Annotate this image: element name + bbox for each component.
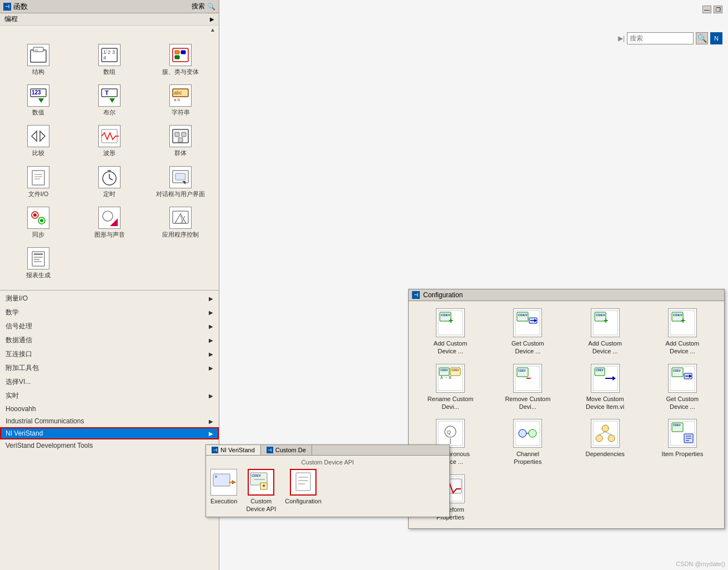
svg-rect-127 (296, 473, 310, 491)
svg-marker-18 (109, 98, 115, 103)
subheader: 编程 ▶ (0, 13, 219, 26)
svg-text:+: + (604, 316, 608, 325)
config-add-custom-3[interactable]: CDEV + Add Custom Device ... (645, 306, 720, 358)
config-dependencies[interactable]: Dependencies (568, 416, 642, 469)
svg-point-100 (529, 429, 536, 437)
expand-arrow[interactable]: ▶ (210, 16, 214, 22)
menu-item-hooovahh[interactable]: Hooovahh (0, 403, 219, 415)
tab-execution[interactable]: V Execution (210, 469, 237, 505)
svg-rect-28 (178, 138, 183, 142)
menu-item-math[interactable]: 数学 ▶ (0, 306, 219, 319)
search-button[interactable]: 🔍 (696, 32, 708, 44)
svg-point-44 (103, 211, 113, 221)
config-get-custom-2[interactable]: CDEV Get Custom Device ... (645, 361, 720, 414)
svg-text:CDEV: CDEV (451, 368, 460, 372)
config-icons-grid: CDEV + Add Custom Device ... CDEV Get Cu… (409, 301, 724, 528)
config-move[interactable]: CDEV Move Custom Device Item.vi (568, 361, 642, 414)
icon-report[interactable]: 报表生成 (3, 243, 74, 283)
tab-label: NI VeriStand (220, 447, 255, 453)
tab-customde[interactable]: ⊣ Custom De (261, 445, 312, 455)
svg-marker-22 (32, 131, 37, 141)
icon-numeric[interactable]: 123 数值 (3, 80, 74, 121)
icon-label: 数组 (103, 68, 116, 76)
svg-rect-24 (102, 129, 117, 143)
menu-item-selectvi[interactable]: 选择VI... (0, 375, 219, 389)
functions-grid: ▭ 结构 1234 数组 簇、类与变体 123 数值 T (0, 34, 219, 289)
icon-label: 布尔 (103, 109, 116, 116)
top-search-area: ▶| 🔍 N (618, 32, 722, 44)
panel-title: 函数 (13, 2, 28, 12)
bottom-strip: ⊣ NI VeriStand ⊣ Custom De Custom Device… (205, 444, 450, 517)
icon-cluster[interactable]: 簇、类与变体 (145, 39, 216, 80)
tab-niveristand[interactable]: ⊣ NI VeriStand (206, 445, 261, 455)
svg-text:123: 123 (32, 89, 41, 96)
minimize-button[interactable]: — (702, 6, 711, 13)
icon-boolean[interactable]: T 布尔 (74, 80, 145, 121)
svg-point-43 (40, 219, 43, 222)
config-remove[interactable]: CDEV − Remove Custom Devi... (490, 361, 565, 414)
icon-string[interactable]: abca b 字符串 (145, 80, 216, 121)
ni-button[interactable]: N (710, 32, 722, 44)
icon-timer[interactable]: 定时 (74, 162, 145, 202)
config-icon-label: Add Custom Device ... (580, 339, 630, 356)
menu-item-realtime[interactable]: 实时 ▶ (0, 389, 219, 403)
config-add-custom-2[interactable]: CDEV + Add Custom Device ... (568, 306, 642, 358)
icon-dialog[interactable]: 对话框与用户界面 (145, 162, 216, 202)
menu-item-industrial[interactable]: Industrial Communications ▶ (0, 415, 219, 427)
config-channel[interactable]: Channel Properties (490, 416, 565, 469)
panel-header: ⊣ 函数 搜索 🔍 (0, 0, 219, 13)
svg-text:4: 4 (103, 55, 106, 61)
menu-item-interconnect[interactable]: 互连接口 ▶ (0, 347, 219, 361)
svg-rect-9 (173, 48, 188, 62)
svg-marker-47 (175, 214, 186, 223)
search-input[interactable] (627, 32, 694, 44)
icon-label: 对话框与用户界面 (156, 191, 205, 198)
menu-item-addons[interactable]: 附加工具包 ▶ (0, 361, 219, 375)
icon-waveform[interactable]: 波形 (74, 121, 145, 161)
svg-point-105 (608, 435, 615, 442)
config-get-custom-1[interactable]: CDEV Get Custom Device ... (490, 306, 565, 358)
svg-text:CDEV: CDEV (518, 313, 528, 317)
icon-label: 定时 (103, 191, 116, 198)
icon-label: 群体 (174, 149, 187, 157)
icon-group[interactable]: 群体 (145, 121, 216, 161)
svg-text:A → B: A → B (440, 376, 451, 379)
svg-marker-23 (40, 131, 45, 141)
svg-point-104 (596, 435, 603, 442)
icon-fileio[interactable]: 文件I/O (3, 162, 74, 202)
submenu-arrow: ▶ (209, 431, 213, 437)
icon-structure[interactable]: ▭ 结构 (3, 39, 74, 80)
tab-icon-label: Execution (210, 497, 237, 505)
tab-customdeviceapi[interactable]: CDEV ✦ Custom Device API (242, 469, 280, 513)
maximize-button[interactable]: ❐ (714, 6, 722, 13)
tab-icon-label: Configuration (285, 497, 321, 505)
menu-item-signal[interactable]: 信号处理 ▶ (0, 319, 219, 333)
config-icon-label: Remove Custom Devi... (503, 395, 553, 411)
svg-text:2: 2 (108, 49, 111, 55)
config-rename[interactable]: CDEV CDEV A → B Rename Custom Devi... (413, 361, 488, 414)
submenu-arrow: ▶ (209, 323, 213, 329)
left-panel: ⊣ 函数 搜索 🔍 编程 ▶ ▲ ▭ 结构 1234 数组 (0, 0, 219, 570)
svg-marker-120 (232, 481, 235, 484)
win-controls: — ❐ (702, 6, 722, 13)
icon-sync[interactable]: 同步 (3, 202, 74, 243)
icon-array[interactable]: 1234 数组 (74, 39, 145, 80)
config-add-custom-1[interactable]: CDEV + Add Custom Device ... (413, 306, 488, 358)
icon-appcontrol[interactable]: 应用程序控制 (145, 202, 216, 243)
menu-item-veristand-dev[interactable]: VeriStand Development Tools ▶ (0, 439, 219, 452)
submenu-arrow: ▶ (209, 296, 213, 302)
icon-graphics[interactable]: 图形与声音 (74, 202, 145, 243)
menu-item-measurement[interactable]: 测量I/O ▶ (0, 292, 219, 306)
tab-pin-icon: ⊣ (212, 447, 218, 453)
search-icon[interactable]: 🔍 (207, 3, 215, 11)
config-item-properties[interactable]: CDEV Item Properties (645, 416, 720, 469)
icon-compare[interactable]: 比较 (3, 121, 74, 161)
svg-rect-16 (102, 89, 117, 97)
svg-text:▭: ▭ (34, 48, 38, 52)
svg-text:CDEV: CDEV (252, 474, 261, 477)
tab-configuration[interactable]: Configuration (285, 469, 321, 505)
menu-item-datacomm[interactable]: 数据通信 ▶ (0, 333, 219, 347)
svg-rect-27 (182, 132, 186, 137)
menu-item-niveristand[interactable]: NI VeriStand ▶ (0, 427, 219, 439)
tab-headers: ⊣ NI VeriStand ⊣ Custom De (206, 445, 449, 456)
